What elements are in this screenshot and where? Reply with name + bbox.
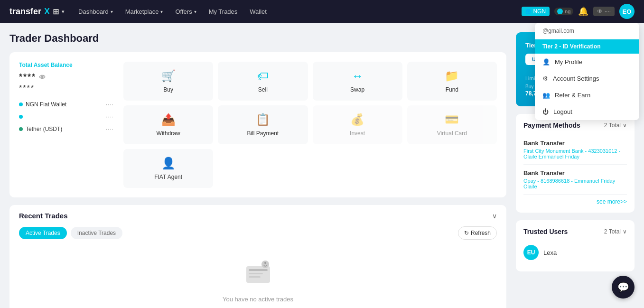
nav-marketplace-chevron: ▾ (160, 9, 163, 14)
refresh-button[interactable]: ↻ Refresh (458, 226, 497, 240)
bill-payment-label: Bill Payment (247, 130, 279, 137)
usdt-wallet-dots: ···· (106, 126, 114, 132)
inactive-trades-tab[interactable]: Inactive Trades (71, 227, 122, 239)
trusted-users-card: Trusted Users 2 Total ∨ EU Lexa (516, 220, 635, 271)
ngn-wallet-dot2 (19, 115, 23, 119)
invest-icon: 💰 (350, 113, 364, 126)
nav-right: 🌐 NGN ng 🔔 👁 ···· EO (522, 4, 635, 19)
nav-offers[interactable]: Offers ▾ (170, 5, 201, 18)
trusted-users-header: Trusted Users 2 Total ∨ (523, 228, 627, 235)
payment-methods-count-label: 2 Total (604, 122, 621, 129)
nav-chevron-logo: ▾ (62, 9, 64, 14)
notifications-bell-icon[interactable]: 🔔 (578, 6, 588, 17)
nav-offers-chevron: ▾ (194, 9, 196, 14)
payment-detail-2: Opay - 8168986618 - Emmanuel Friday Olai… (523, 178, 627, 189)
trusted-user-name: Lexa (543, 249, 557, 256)
virtual-card-icon: 💳 (445, 113, 459, 126)
wallet-ngn-row: NGN Fiat Wallet ···· (19, 98, 114, 111)
ngn-wallet-dots2: ···· (106, 113, 114, 120)
nav-my-trades[interactable]: My Trades (204, 5, 243, 18)
balance-sub: **** (19, 84, 114, 93)
fiat-agent-icon: 👤 (161, 157, 176, 170)
currency-label: NGN (533, 8, 546, 15)
dropdown-refer-earn[interactable]: 👥 Refer & Earn (535, 87, 639, 103)
balance-value: **** 👁 (19, 72, 114, 82)
usdt-wallet-label: Tether (USDT) (26, 126, 62, 132)
grid-icon[interactable]: ⊞ (53, 7, 59, 16)
currency-selector[interactable]: 🌐 NGN (522, 7, 550, 16)
recent-trades-section: Recent Trades ∨ Active Trades Inactive T… (9, 205, 506, 308)
chat-icon: 💬 (617, 281, 629, 293)
withdraw-button[interactable]: 📤 Withdraw (123, 105, 213, 144)
empty-trades-state: You have no active trades Find Offers (9, 247, 506, 308)
dropdown-account-settings[interactable]: ⚙ Account Settings (535, 70, 639, 87)
settings-icon: ⚙ (542, 75, 548, 82)
bill-payment-button[interactable]: 📋 Bill Payment (218, 105, 308, 144)
chat-button[interactable]: 💬 (612, 276, 635, 299)
fiat-agent-label: FIAT Agent (154, 174, 182, 180)
buy-button[interactable]: 🛒 Buy (123, 62, 213, 101)
swap-label: Swap (350, 86, 364, 93)
balance-label: Total Asset Balance (19, 62, 114, 68)
empty-trades-text: You have no active trades (223, 296, 293, 303)
eye-icon[interactable]: 👁 ···· (593, 7, 615, 16)
virtual-card-button[interactable]: 💳 Virtual Card (407, 105, 497, 144)
user-avatar[interactable]: EO (619, 4, 635, 19)
sell-label: Sell (258, 86, 268, 93)
invest-button[interactable]: 💰 Invest (313, 105, 402, 144)
virtual-card-label: Virtual Card (437, 130, 467, 137)
nav-dashboard[interactable]: Dashboard ▾ (74, 5, 118, 18)
refresh-icon: ↻ (464, 230, 469, 236)
nav-marketplace[interactable]: Marketplace ▾ (121, 5, 168, 18)
empty-trades-illustration (242, 257, 275, 290)
recent-trades-header[interactable]: Recent Trades ∨ (9, 205, 506, 226)
trusted-users-count: 2 Total ∨ (604, 228, 627, 235)
payment-methods-chevron-icon: ∨ (623, 122, 627, 129)
payment-methods-count: 2 Total ∨ (604, 122, 627, 129)
trusted-user-avatar: EU (523, 245, 539, 260)
fund-icon: 📁 (445, 69, 459, 83)
action-grid-row3: 👤 FIAT Agent (123, 149, 497, 188)
nav-wallet-label: Wallet (250, 8, 267, 15)
balance-eye-icon[interactable]: 👁 (39, 74, 47, 81)
dropdown-my-profile-label: My Profile (555, 58, 582, 65)
nav-wallet[interactable]: Wallet (245, 5, 271, 18)
logo-text: transfer (9, 7, 41, 17)
refresh-label: Refresh (471, 230, 491, 236)
language-toggle[interactable]: ng (554, 8, 573, 15)
ngn-wallet-dots: ···· (106, 101, 114, 108)
withdraw-icon: 📤 (161, 113, 176, 126)
trusted-users-chevron-icon: ∨ (623, 228, 627, 235)
svg-rect-0 (246, 266, 270, 283)
dropdown-refer-earn-label: Refer & Earn (555, 92, 590, 99)
swap-icon: ↔ (352, 69, 363, 83)
buy-icon: 🛒 (161, 69, 176, 83)
nav-dashboard-chevron: ▾ (111, 9, 113, 14)
ngn-wallet-name2 (19, 115, 23, 119)
dashboard-card: Total Asset Balance **** 👁 **** NGN Fiat… (9, 52, 506, 197)
payment-item-1: Bank Transfer First City Monument Bank -… (523, 135, 627, 165)
fiat-agent-button[interactable]: 👤 FIAT Agent (123, 149, 213, 188)
balance-masked: **** (19, 72, 36, 82)
logo[interactable]: transferX ⊞ ▾ (9, 7, 64, 17)
left-panel: Trader Dashboard Total Asset Balance ***… (9, 32, 506, 308)
dropdown-account-settings-label: Account Settings (553, 75, 599, 82)
page-title: Trader Dashboard (9, 32, 506, 45)
swap-button[interactable]: ↔ Swap (313, 62, 402, 101)
action-grid-row2: 📤 Withdraw 📋 Bill Payment 💰 Invest (123, 105, 497, 144)
active-trades-tab[interactable]: Active Trades (19, 227, 67, 239)
nav-marketplace-label: Marketplace (125, 8, 159, 15)
user-dropdown-menu: @gmail.com Tier 2 - ID Verification 👤 My… (535, 23, 639, 120)
sell-button[interactable]: 🏷 Sell (218, 62, 308, 101)
balance-grid: Total Asset Balance **** 👁 **** NGN Fiat… (19, 62, 497, 188)
dropdown-email: @gmail.com (535, 23, 639, 39)
fund-button[interactable]: 📁 Fund (407, 62, 497, 101)
sell-icon: 🏷 (257, 69, 269, 83)
dropdown-logout[interactable]: ⏻ Logout (535, 103, 639, 120)
see-more-payments[interactable]: see more>> (523, 195, 627, 205)
payment-methods-title: Payment Methods (523, 121, 580, 129)
payment-item-2: Bank Transfer Opay - 8168986618 - Emmanu… (523, 165, 627, 195)
ngn-wallet-label: NGN Fiat Wallet (26, 101, 66, 108)
bill-payment-icon: 📋 (256, 113, 270, 126)
dropdown-my-profile[interactable]: 👤 My Profile (535, 54, 639, 70)
